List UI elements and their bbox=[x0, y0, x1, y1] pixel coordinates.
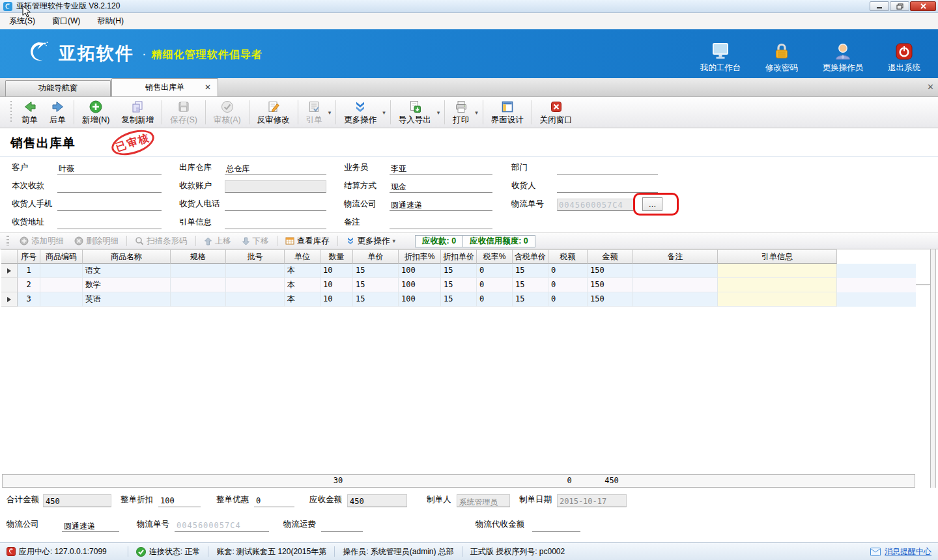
table-cell[interactable] bbox=[171, 292, 226, 307]
tab-sales-outbound[interactable]: 销售出库单 ✕ bbox=[111, 78, 218, 96]
delivery-address-field[interactable] bbox=[57, 217, 162, 229]
dropdown-arrow-icon[interactable]: ▾ bbox=[328, 109, 334, 116]
footer-logistics-no-field[interactable]: 0045600057C4 bbox=[175, 519, 269, 532]
row-selector[interactable] bbox=[1, 264, 18, 278]
table-cell[interactable] bbox=[226, 264, 285, 278]
table-cell[interactable]: 本 bbox=[285, 278, 320, 292]
table-cell[interactable]: 数学 bbox=[83, 278, 171, 292]
order-discount-field[interactable]: 100 bbox=[158, 494, 201, 507]
dropdown-arrow-icon[interactable]: ▾ bbox=[475, 109, 481, 116]
table-cell[interactable]: 15 bbox=[441, 264, 477, 278]
settle-method-field[interactable]: 现金 bbox=[390, 180, 492, 193]
detail-more-operations-button[interactable]: 更多操作 ▾ bbox=[341, 234, 404, 247]
view-stock-button[interactable]: 查看库存 bbox=[280, 234, 335, 247]
menu-help[interactable]: 帮助(H) bbox=[97, 16, 124, 27]
logistics-no-field[interactable]: 0045600057C4 bbox=[557, 199, 634, 211]
table-cell[interactable]: 语文 bbox=[83, 264, 171, 278]
consignee-mobile-field[interactable] bbox=[57, 199, 162, 211]
column-header[interactable]: 折扣单价 bbox=[441, 249, 477, 264]
payment-now-field[interactable] bbox=[57, 180, 162, 193]
receivable-amount-field[interactable]: 450 bbox=[347, 494, 407, 507]
next-doc-button[interactable]: 后单 bbox=[44, 97, 72, 128]
column-header[interactable]: 引单信息 bbox=[718, 249, 837, 264]
save-button[interactable]: 保存(S) bbox=[164, 97, 203, 128]
table-cell[interactable]: 英语 bbox=[83, 292, 171, 307]
column-header[interactable]: 单价 bbox=[353, 249, 399, 264]
table-cell[interactable] bbox=[40, 278, 83, 292]
table-cell[interactable]: 150 bbox=[588, 264, 633, 278]
table-cell[interactable]: 3 bbox=[18, 292, 40, 307]
table-cell[interactable] bbox=[718, 292, 837, 307]
warehouse-field[interactable]: 总仓库 bbox=[225, 162, 326, 175]
tab-close-icon[interactable]: ✕ bbox=[205, 79, 211, 96]
row-selector[interactable] bbox=[1, 292, 18, 307]
table-cell[interactable]: 0 bbox=[548, 292, 588, 307]
restore-button[interactable] bbox=[890, 1, 909, 11]
ref-info-field[interactable] bbox=[225, 217, 326, 229]
dropdown-arrow-icon[interactable]: ▾ bbox=[393, 238, 399, 244]
table-cell[interactable]: 0 bbox=[477, 264, 513, 278]
dropdown-arrow-icon[interactable]: ▾ bbox=[437, 109, 443, 116]
table-cell[interactable]: 15 bbox=[513, 278, 548, 292]
table-cell[interactable]: 本 bbox=[285, 264, 320, 278]
minimize-button[interactable] bbox=[870, 1, 889, 11]
table-cell[interactable]: 15 bbox=[441, 292, 477, 307]
move-up-button[interactable]: 上移 bbox=[199, 234, 236, 247]
close-window-button[interactable] bbox=[910, 1, 936, 11]
column-header[interactable]: 单位 bbox=[285, 249, 320, 264]
department-field[interactable] bbox=[557, 162, 658, 175]
my-workbench-button[interactable]: 我的工作台 bbox=[696, 35, 745, 74]
vertical-scrollbar[interactable] bbox=[930, 249, 936, 488]
table-cell[interactable]: 15 bbox=[353, 278, 399, 292]
scan-barcode-button[interactable]: 扫描条形码 bbox=[130, 234, 193, 247]
column-header[interactable]: 商品名称 bbox=[83, 249, 171, 264]
order-preferential-field[interactable]: 0 bbox=[254, 494, 294, 507]
table-cell[interactable] bbox=[633, 292, 718, 307]
row-selector[interactable] bbox=[1, 278, 18, 292]
column-header[interactable]: 数量 bbox=[320, 249, 353, 264]
table-cell[interactable] bbox=[226, 278, 285, 292]
table-cell[interactable]: 1 bbox=[18, 264, 40, 278]
table-cell[interactable]: 15 bbox=[441, 278, 477, 292]
customer-field[interactable]: 叶薇 bbox=[57, 162, 162, 175]
table-cell[interactable] bbox=[40, 292, 83, 307]
table-cell[interactable]: 0 bbox=[477, 278, 513, 292]
table-cell[interactable]: 150 bbox=[588, 278, 633, 292]
cod-amount-field[interactable] bbox=[532, 519, 580, 532]
column-header[interactable]: 批号 bbox=[226, 249, 285, 264]
table-cell[interactable]: 0 bbox=[548, 264, 588, 278]
salesman-field[interactable]: 李亚 bbox=[390, 162, 492, 175]
copy-new-button[interactable]: 复制新增 bbox=[115, 97, 160, 128]
column-header[interactable]: 含税单价 bbox=[513, 249, 548, 264]
column-header[interactable]: 折扣率% bbox=[399, 249, 441, 264]
move-down-button[interactable]: 下移 bbox=[236, 234, 274, 247]
table-cell[interactable]: 0 bbox=[477, 292, 513, 307]
table-cell[interactable]: 100 bbox=[399, 292, 441, 307]
exit-system-button[interactable]: 退出系统 bbox=[879, 35, 929, 74]
logistics-company-field[interactable]: 圆通速递 bbox=[390, 199, 492, 211]
add-detail-button[interactable]: 添加明细 bbox=[14, 234, 69, 247]
table-cell[interactable]: 100 bbox=[399, 278, 441, 292]
table-cell[interactable] bbox=[718, 278, 837, 292]
table-cell[interactable] bbox=[226, 292, 285, 307]
table-cell[interactable]: 15 bbox=[513, 264, 548, 278]
message-center-link[interactable]: 消息提醒中心 bbox=[885, 546, 931, 557]
column-header[interactable]: 序号 bbox=[18, 249, 40, 264]
more-operations-button[interactable]: 更多操作 bbox=[338, 97, 382, 128]
table-cell[interactable]: 15 bbox=[513, 292, 548, 307]
table-cell[interactable]: 0 bbox=[548, 278, 588, 292]
table-row[interactable]: 3英语本1015100150150150 bbox=[1, 292, 916, 307]
table-cell[interactable]: 10 bbox=[320, 292, 353, 307]
audit-button[interactable]: 审核(A) bbox=[208, 97, 247, 128]
footer-logistics-company-field[interactable]: 圆通速递 bbox=[62, 519, 119, 532]
table-cell[interactable]: 15 bbox=[353, 264, 399, 278]
table-cell[interactable]: 10 bbox=[320, 264, 353, 278]
consignee-phone-field[interactable] bbox=[225, 199, 326, 211]
consignee-field[interactable] bbox=[557, 180, 658, 193]
change-password-button[interactable]: 修改密码 bbox=[757, 35, 806, 74]
table-cell[interactable]: 本 bbox=[285, 292, 320, 307]
table-row[interactable]: 2数学本1015100150150150 bbox=[1, 278, 916, 292]
column-header[interactable]: 规格 bbox=[171, 249, 226, 264]
table-cell[interactable] bbox=[633, 278, 718, 292]
ref-doc-button[interactable]: 引单 bbox=[300, 97, 328, 128]
